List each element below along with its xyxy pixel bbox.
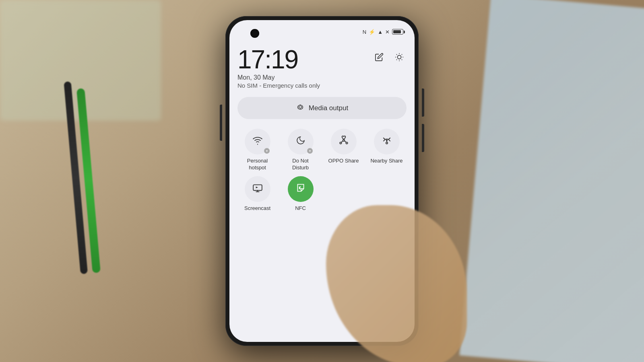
dnd-label: Do NotDisturb [292,158,309,171]
signal-status-icon: ✕ [385,29,390,35]
nearby-share-label: Nearby Share [370,158,402,165]
tile-oppo-share-icon-wrap [331,129,357,154]
bluetooth-status-icon: ⚡ [369,29,375,35]
svg-rect-20 [253,185,262,190]
wifi-status-icon: ▲ [378,29,383,35]
brightness-icon[interactable] [392,50,407,64]
svg-point-17 [346,142,347,144]
tile-screencast[interactable]: Screencast [237,176,277,212]
svg-point-11 [301,107,302,107]
nfc-label: NFC [295,205,306,212]
media-output-label: Media output [309,104,348,112]
dnd-chevron: ▾ [307,148,313,154]
svg-point-19 [386,140,387,141]
tile-oppo-share[interactable]: OPPO Share [324,129,363,171]
notebook-blur [459,0,644,362]
tile-nearby-share[interactable]: Nearby Share [367,129,407,171]
sim-status: No SIM - Emergency calls only [237,82,320,89]
volume-up-button[interactable] [422,88,424,117]
nfc-status-icon: N [363,29,366,35]
clock-display: 17:19 [237,47,320,72]
edit-icon[interactable] [372,50,386,64]
nfc-icon [295,183,306,195]
hotspot-label: Personalhotspot [247,158,268,171]
quick-settings-row1: ▾ Personalhotspot ▾ [237,129,407,171]
svg-line-4 [402,60,402,60]
status-icons: N ⚡ ▲ ✕ [363,29,405,35]
svg-line-7 [396,60,397,60]
battery-status-icon [392,29,405,35]
hotspot-icon [252,135,263,148]
svg-line-3 [396,54,397,55]
tile-personal-hotspot-icon-wrap: ▾ [245,129,270,154]
tile-dnd-icon-wrap: ▾ [288,129,314,154]
svg-point-0 [397,55,401,59]
oppo-share-icon [339,135,349,148]
tile-personal-hotspot[interactable]: ▾ Personalhotspot [237,129,277,171]
volume-down-button[interactable] [422,124,424,152]
hotspot-chevron: ▾ [264,148,270,154]
phone-wrapper: N ⚡ ▲ ✕ 17:19 [225,16,419,346]
dnd-icon [296,136,305,148]
time-section: 17:19 Mon, 30 May No SIM - Emergency cal… [237,40,407,89]
date-display: Mon, 30 May [237,74,320,81]
tile-nfc-icon-wrap [288,176,314,202]
camera-hole [250,29,259,38]
svg-point-9 [299,107,299,107]
tile-screencast-icon-wrap [245,176,270,202]
svg-point-18 [386,142,387,144]
tile-nfc[interactable]: NFC [281,176,320,212]
screencast-icon [252,183,263,195]
media-output-icon [296,103,305,113]
oppo-share-label: OPPO Share [328,158,359,165]
svg-line-8 [402,54,402,55]
screencast-label: Screencast [244,205,270,212]
power-button[interactable] [220,105,222,141]
tile-nearby-share-icon-wrap [374,129,400,154]
top-right-icons [372,50,407,64]
nearby-share-icon [382,135,392,148]
tile-do-not-disturb[interactable]: ▾ Do NotDisturb [281,129,320,171]
media-output-button[interactable]: Media output [237,97,407,119]
svg-point-16 [340,142,341,144]
